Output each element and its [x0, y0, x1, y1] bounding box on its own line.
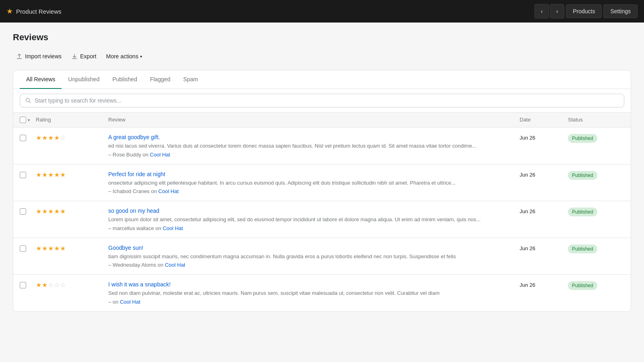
status-cell: Published [568, 281, 624, 290]
tab-all-reviews[interactable]: All Reviews [20, 70, 62, 89]
reviews-list: ★★★★☆ A great goodbye gift. ed nisi lacu… [13, 128, 631, 311]
star-rating: ★★☆☆☆ [36, 281, 108, 289]
star-full: ★ [42, 245, 47, 252]
rating-cell: ★★☆☆☆ [36, 281, 108, 289]
star-full: ★ [54, 208, 60, 215]
rating-cell: ★★★★★ [36, 245, 108, 252]
review-text: Lorem ipsum dolor sit amet, consectetur … [108, 216, 520, 224]
app-title-area: ★ Product Reviews [6, 7, 62, 16]
review-title[interactable]: A great goodbye gift. [108, 134, 520, 140]
rating-cell: ★★★★★ [36, 171, 108, 179]
star-rating: ★★★★★ [36, 208, 108, 215]
star-full: ★ [36, 171, 41, 179]
star-full: ★ [60, 208, 66, 215]
star-icon: ★ [6, 7, 13, 16]
select-dropdown-icon[interactable]: ▾ [28, 118, 30, 122]
star-rating: ★★★★★ [36, 245, 108, 252]
review-author: – Rose Buddy on Cool Hat [108, 152, 520, 158]
row-checkbox-area[interactable] [20, 281, 36, 288]
review-text: tiam dignissim suscipit mauris, nec cond… [108, 253, 520, 261]
star-empty: ☆ [54, 281, 60, 289]
main-content: Reviews Import reviews Export More actio… [0, 23, 644, 321]
tab-flagged[interactable]: Flagged [144, 70, 177, 89]
tab-published[interactable]: Published [106, 70, 144, 89]
row-checkbox[interactable] [20, 135, 26, 141]
row-checkbox[interactable] [20, 282, 26, 288]
review-title[interactable]: Goodbye sun! [108, 245, 520, 251]
chevron-right-icon: › [556, 8, 558, 14]
row-checkbox-area[interactable] [20, 208, 36, 215]
status-badge: Published [568, 171, 597, 180]
product-link[interactable]: Cool Hat [120, 299, 140, 305]
product-link[interactable]: Cool Hat [165, 262, 186, 268]
star-full: ★ [54, 245, 60, 252]
star-empty: ☆ [60, 134, 66, 142]
nav-next-button[interactable]: › [550, 4, 564, 19]
row-checkbox[interactable] [20, 172, 26, 178]
star-full: ★ [48, 134, 54, 142]
select-all-checkbox[interactable] [20, 117, 26, 123]
table-row: ★★★★★ Goodbye sun! tiam dignissim suscip… [13, 238, 631, 275]
table-row: ★★★★☆ A great goodbye gift. ed nisi lacu… [13, 128, 631, 165]
app-title: Product Reviews [16, 8, 62, 15]
status-cell: Published [568, 171, 624, 180]
review-header: Review [108, 117, 520, 123]
more-actions-button[interactable]: More actions ▾ [103, 51, 145, 62]
star-full: ★ [48, 208, 54, 215]
tab-spam[interactable]: Spam [177, 70, 204, 89]
review-content: A great goodbye gift. ed nisi lacus sed … [108, 134, 520, 158]
search-input[interactable] [35, 97, 619, 104]
star-full: ★ [42, 281, 47, 289]
review-content: I wish it was a snapback! Sed non diam p… [108, 281, 520, 305]
status-badge: Published [568, 134, 597, 143]
product-link[interactable]: Cool Hat [163, 225, 183, 231]
status-badge: Published [568, 208, 597, 216]
download-icon [71, 53, 78, 60]
select-all-checkbox-area[interactable]: ▾ [20, 117, 36, 123]
row-checkbox[interactable] [20, 208, 26, 215]
date-header: Date [520, 117, 568, 123]
date-cell: Jun 26 [520, 134, 568, 141]
date-cell: Jun 26 [520, 245, 568, 251]
review-author: – marcellus wallace on Cool Hat [108, 225, 520, 231]
star-rating: ★★★★★ [36, 171, 108, 179]
rating-cell: ★★★★★ [36, 208, 108, 215]
star-rating: ★★★★☆ [36, 134, 108, 142]
review-title[interactable]: Perfect for ride at night [108, 171, 520, 177]
review-title[interactable]: I wish it was a snapback! [108, 281, 520, 288]
toolbar: Import reviews Export More actions ▾ [13, 51, 631, 62]
status-cell: Published [568, 134, 624, 143]
star-full: ★ [42, 208, 47, 215]
page-title: Reviews [13, 32, 631, 43]
review-author: – Wednesday Atoms on Cool Hat [108, 262, 520, 268]
product-link[interactable]: Cool Hat [158, 188, 179, 194]
nav-arrows-group: ‹ › [535, 4, 564, 19]
status-cell: Published [568, 208, 624, 216]
product-link[interactable]: Cool Hat [150, 152, 170, 158]
star-full: ★ [48, 171, 54, 179]
review-title[interactable]: so good on my head [108, 208, 520, 214]
reviews-card: All Reviews Unpublished Published Flagge… [13, 70, 631, 312]
star-full: ★ [36, 281, 41, 289]
status-badge: Published [568, 281, 597, 290]
rating-header: Rating [36, 117, 108, 123]
row-checkbox-area[interactable] [20, 245, 36, 252]
star-full: ★ [36, 245, 41, 252]
table-header: ▾ Rating Review Date Status [13, 113, 631, 128]
row-checkbox-area[interactable] [20, 134, 36, 141]
rating-cell: ★★★★☆ [36, 134, 108, 142]
search-container [13, 89, 631, 113]
settings-button[interactable]: Settings [603, 4, 638, 18]
star-full: ★ [42, 134, 47, 142]
review-text: Sed non diam pulvinar, molestie erat ac,… [108, 289, 520, 297]
tab-unpublished[interactable]: Unpublished [62, 70, 106, 89]
star-empty: ☆ [60, 281, 66, 289]
import-reviews-button[interactable]: Import reviews [13, 51, 65, 62]
row-checkbox-area[interactable] [20, 171, 36, 178]
products-button[interactable]: Products [566, 4, 602, 18]
row-checkbox[interactable] [20, 245, 26, 252]
search-icon [25, 97, 31, 104]
star-full: ★ [54, 171, 60, 179]
nav-prev-button[interactable]: ‹ [535, 4, 549, 19]
export-button[interactable]: Export [68, 51, 99, 62]
